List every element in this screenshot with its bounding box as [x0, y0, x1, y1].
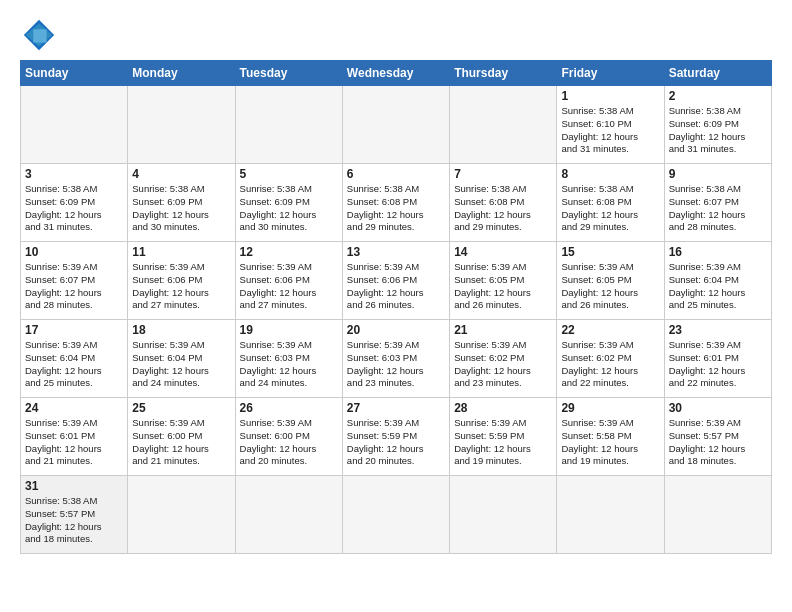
day-info: Sunrise: 5:39 AM Sunset: 6:06 PM Dayligh… [347, 261, 445, 312]
day-number: 21 [454, 323, 552, 337]
calendar-cell [450, 476, 557, 554]
day-info: Sunrise: 5:38 AM Sunset: 6:09 PM Dayligh… [25, 183, 123, 234]
day-number: 18 [132, 323, 230, 337]
day-info: Sunrise: 5:38 AM Sunset: 6:08 PM Dayligh… [454, 183, 552, 234]
calendar-cell: 18Sunrise: 5:39 AM Sunset: 6:04 PM Dayli… [128, 320, 235, 398]
calendar-table: SundayMondayTuesdayWednesdayThursdayFrid… [20, 60, 772, 554]
calendar-cell: 6Sunrise: 5:38 AM Sunset: 6:08 PM Daylig… [342, 164, 449, 242]
calendar-cell [342, 476, 449, 554]
day-info: Sunrise: 5:39 AM Sunset: 6:02 PM Dayligh… [454, 339, 552, 390]
calendar-cell: 14Sunrise: 5:39 AM Sunset: 6:05 PM Dayli… [450, 242, 557, 320]
calendar-cell: 19Sunrise: 5:39 AM Sunset: 6:03 PM Dayli… [235, 320, 342, 398]
logo-icon [20, 16, 58, 54]
calendar-cell: 26Sunrise: 5:39 AM Sunset: 6:00 PM Dayli… [235, 398, 342, 476]
calendar-week-1: 3Sunrise: 5:38 AM Sunset: 6:09 PM Daylig… [21, 164, 772, 242]
day-number: 11 [132, 245, 230, 259]
calendar-cell: 4Sunrise: 5:38 AM Sunset: 6:09 PM Daylig… [128, 164, 235, 242]
calendar-week-3: 17Sunrise: 5:39 AM Sunset: 6:04 PM Dayli… [21, 320, 772, 398]
calendar-week-5: 31Sunrise: 5:38 AM Sunset: 5:57 PM Dayli… [21, 476, 772, 554]
day-info: Sunrise: 5:39 AM Sunset: 6:04 PM Dayligh… [669, 261, 767, 312]
calendar-cell: 23Sunrise: 5:39 AM Sunset: 6:01 PM Dayli… [664, 320, 771, 398]
calendar-cell: 25Sunrise: 5:39 AM Sunset: 6:00 PM Dayli… [128, 398, 235, 476]
calendar-cell: 5Sunrise: 5:38 AM Sunset: 6:09 PM Daylig… [235, 164, 342, 242]
calendar-cell: 22Sunrise: 5:39 AM Sunset: 6:02 PM Dayli… [557, 320, 664, 398]
logo [20, 16, 64, 54]
day-info: Sunrise: 5:38 AM Sunset: 6:08 PM Dayligh… [561, 183, 659, 234]
calendar-cell: 11Sunrise: 5:39 AM Sunset: 6:06 PM Dayli… [128, 242, 235, 320]
day-number: 23 [669, 323, 767, 337]
day-number: 13 [347, 245, 445, 259]
day-info: Sunrise: 5:38 AM Sunset: 6:09 PM Dayligh… [240, 183, 338, 234]
calendar-cell [128, 86, 235, 164]
day-info: Sunrise: 5:39 AM Sunset: 6:07 PM Dayligh… [25, 261, 123, 312]
weekday-header-wednesday: Wednesday [342, 61, 449, 86]
day-number: 15 [561, 245, 659, 259]
day-info: Sunrise: 5:39 AM Sunset: 5:59 PM Dayligh… [454, 417, 552, 468]
day-info: Sunrise: 5:38 AM Sunset: 5:57 PM Dayligh… [25, 495, 123, 546]
day-number: 2 [669, 89, 767, 103]
calendar-cell: 10Sunrise: 5:39 AM Sunset: 6:07 PM Dayli… [21, 242, 128, 320]
weekday-header-friday: Friday [557, 61, 664, 86]
weekday-header-thursday: Thursday [450, 61, 557, 86]
day-info: Sunrise: 5:38 AM Sunset: 6:09 PM Dayligh… [132, 183, 230, 234]
day-number: 20 [347, 323, 445, 337]
calendar-week-4: 24Sunrise: 5:39 AM Sunset: 6:01 PM Dayli… [21, 398, 772, 476]
day-info: Sunrise: 5:39 AM Sunset: 6:05 PM Dayligh… [561, 261, 659, 312]
day-number: 27 [347, 401, 445, 415]
calendar-cell: 21Sunrise: 5:39 AM Sunset: 6:02 PM Dayli… [450, 320, 557, 398]
day-info: Sunrise: 5:39 AM Sunset: 6:06 PM Dayligh… [240, 261, 338, 312]
day-info: Sunrise: 5:39 AM Sunset: 6:01 PM Dayligh… [669, 339, 767, 390]
calendar-cell [128, 476, 235, 554]
day-info: Sunrise: 5:39 AM Sunset: 5:57 PM Dayligh… [669, 417, 767, 468]
day-info: Sunrise: 5:39 AM Sunset: 6:03 PM Dayligh… [347, 339, 445, 390]
day-number: 24 [25, 401, 123, 415]
calendar-cell: 7Sunrise: 5:38 AM Sunset: 6:08 PM Daylig… [450, 164, 557, 242]
day-info: Sunrise: 5:39 AM Sunset: 5:58 PM Dayligh… [561, 417, 659, 468]
day-number: 3 [25, 167, 123, 181]
day-number: 1 [561, 89, 659, 103]
weekday-header-tuesday: Tuesday [235, 61, 342, 86]
calendar-cell: 12Sunrise: 5:39 AM Sunset: 6:06 PM Dayli… [235, 242, 342, 320]
calendar-cell: 31Sunrise: 5:38 AM Sunset: 5:57 PM Dayli… [21, 476, 128, 554]
day-number: 17 [25, 323, 123, 337]
svg-marker-2 [33, 29, 46, 42]
day-info: Sunrise: 5:39 AM Sunset: 6:02 PM Dayligh… [561, 339, 659, 390]
day-info: Sunrise: 5:38 AM Sunset: 6:07 PM Dayligh… [669, 183, 767, 234]
calendar-cell: 27Sunrise: 5:39 AM Sunset: 5:59 PM Dayli… [342, 398, 449, 476]
weekday-header-saturday: Saturday [664, 61, 771, 86]
day-number: 7 [454, 167, 552, 181]
day-number: 29 [561, 401, 659, 415]
day-number: 9 [669, 167, 767, 181]
day-number: 16 [669, 245, 767, 259]
day-info: Sunrise: 5:39 AM Sunset: 6:04 PM Dayligh… [132, 339, 230, 390]
day-number: 8 [561, 167, 659, 181]
calendar-cell: 13Sunrise: 5:39 AM Sunset: 6:06 PM Dayli… [342, 242, 449, 320]
calendar-week-2: 10Sunrise: 5:39 AM Sunset: 6:07 PM Dayli… [21, 242, 772, 320]
calendar-cell: 29Sunrise: 5:39 AM Sunset: 5:58 PM Dayli… [557, 398, 664, 476]
calendar-cell: 24Sunrise: 5:39 AM Sunset: 6:01 PM Dayli… [21, 398, 128, 476]
calendar-cell [450, 86, 557, 164]
day-number: 6 [347, 167, 445, 181]
day-number: 4 [132, 167, 230, 181]
day-info: Sunrise: 5:39 AM Sunset: 6:06 PM Dayligh… [132, 261, 230, 312]
day-info: Sunrise: 5:39 AM Sunset: 5:59 PM Dayligh… [347, 417, 445, 468]
weekday-header-monday: Monday [128, 61, 235, 86]
day-number: 31 [25, 479, 123, 493]
day-number: 10 [25, 245, 123, 259]
calendar-cell: 15Sunrise: 5:39 AM Sunset: 6:05 PM Dayli… [557, 242, 664, 320]
calendar-cell: 28Sunrise: 5:39 AM Sunset: 5:59 PM Dayli… [450, 398, 557, 476]
day-number: 19 [240, 323, 338, 337]
calendar-cell [235, 86, 342, 164]
calendar-cell: 8Sunrise: 5:38 AM Sunset: 6:08 PM Daylig… [557, 164, 664, 242]
day-number: 25 [132, 401, 230, 415]
day-info: Sunrise: 5:39 AM Sunset: 6:01 PM Dayligh… [25, 417, 123, 468]
day-number: 28 [454, 401, 552, 415]
calendar-cell [235, 476, 342, 554]
calendar-cell: 16Sunrise: 5:39 AM Sunset: 6:04 PM Dayli… [664, 242, 771, 320]
day-info: Sunrise: 5:39 AM Sunset: 6:04 PM Dayligh… [25, 339, 123, 390]
calendar-cell: 17Sunrise: 5:39 AM Sunset: 6:04 PM Dayli… [21, 320, 128, 398]
day-number: 14 [454, 245, 552, 259]
day-number: 5 [240, 167, 338, 181]
day-info: Sunrise: 5:39 AM Sunset: 6:05 PM Dayligh… [454, 261, 552, 312]
weekday-header-sunday: Sunday [21, 61, 128, 86]
